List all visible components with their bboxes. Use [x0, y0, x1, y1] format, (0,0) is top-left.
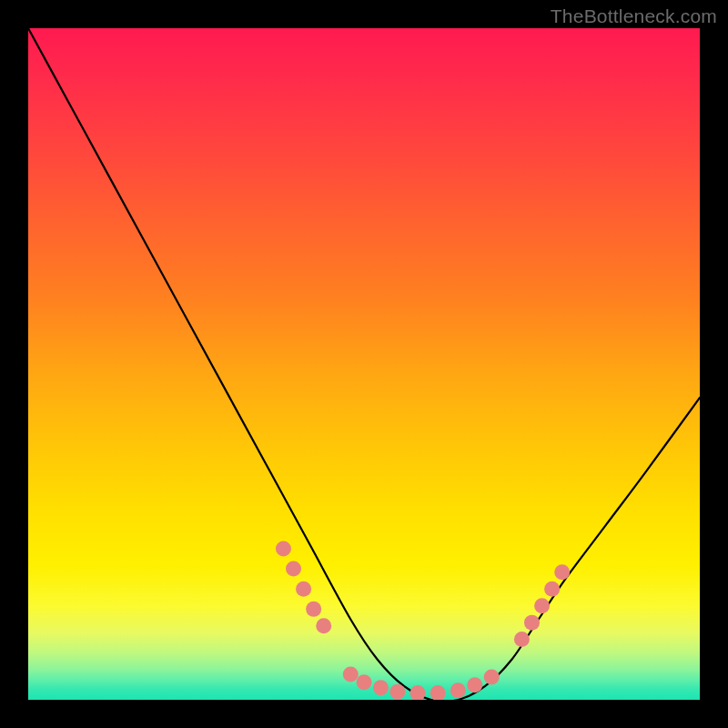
watermark-text: TheBottleneck.com	[551, 5, 717, 27]
curve-marker	[306, 602, 321, 617]
curve-marker	[296, 581, 311, 597]
curve-marker	[316, 618, 331, 633]
curve-marker	[373, 680, 389, 695]
curve-marker	[410, 685, 426, 700]
chart-frame: TheBottleneck.com	[0, 0, 728, 728]
curve-marker	[544, 581, 560, 597]
curve-marker	[286, 561, 301, 577]
curve-marker	[389, 684, 405, 700]
bottleneck-curve	[28, 28, 700, 700]
curve-marker	[430, 685, 446, 700]
curve-layer	[28, 28, 700, 700]
curve-marker	[554, 564, 570, 580]
curve-marker	[276, 541, 291, 556]
curve-marker	[450, 682, 466, 698]
curve-marker	[524, 615, 540, 631]
curve-marker	[343, 666, 359, 682]
curve-marker	[467, 677, 482, 693]
curve-marker	[484, 669, 500, 684]
curve-marker	[357, 674, 372, 690]
plot-area	[28, 28, 700, 700]
curve-marker	[534, 598, 550, 613]
curve-marker	[514, 632, 530, 647]
